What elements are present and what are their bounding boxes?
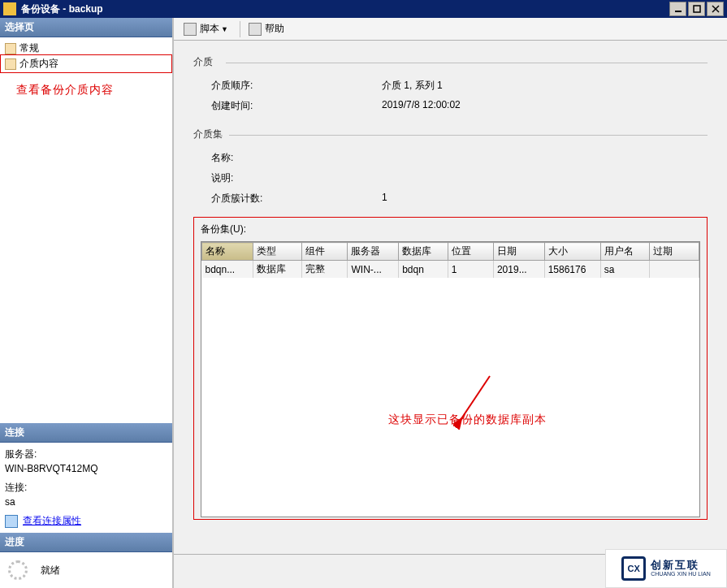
backupset-label: 备份集(U): [201, 223, 700, 236]
backupset-annotation: 这块显示已备份的数据库副本 [388, 413, 547, 427]
connection-value: sa [5, 496, 167, 508]
mediaset-desc-value [382, 171, 708, 185]
window-title: 备份设备 - backup [21, 2, 669, 16]
col-date[interactable]: 日期 [493, 243, 544, 261]
media-order-label: 介质顺序: [211, 79, 382, 93]
help-icon [249, 23, 262, 36]
annotation-arrow-icon [453, 372, 502, 437]
col-position[interactable]: 位置 [448, 243, 493, 261]
window-titlebar: 备份设备 - backup [0, 0, 727, 18]
watermark-text: 创新互联 CHUANG XIN HU LIAN [651, 560, 711, 577]
mediaset-name-row: 名称: [193, 148, 708, 168]
progress-block: 就绪 [0, 552, 172, 588]
col-name[interactable]: 名称 [202, 243, 253, 261]
view-connection-properties[interactable]: 查看连接属性 [5, 514, 167, 528]
help-button[interactable]: 帮助 [245, 20, 288, 37]
mediaset-name-value [382, 151, 708, 165]
cell-name: bdqn... [202, 261, 253, 279]
dropdown-arrow-icon: ▼ [221, 25, 228, 33]
properties-icon [5, 515, 18, 528]
col-server[interactable]: 服务器 [348, 243, 399, 261]
watermark-logo: CX 创新互联 CHUANG XIN HU LIAN [605, 549, 727, 588]
app-icon [3, 2, 16, 15]
tree-item-label: 常规 [19, 41, 39, 55]
toolbar-separator [240, 21, 240, 37]
page-icon [5, 43, 16, 54]
progress-header: 进度 [0, 533, 172, 552]
mediaset-desc-row: 说明: [193, 168, 708, 188]
left-pane: 选择页 常规 介质内容 查看备份介质内容 连接 服务器: WIN-B8RVQT4… [0, 18, 174, 588]
toolbar: 脚本 ▼ 帮助 [174, 18, 727, 41]
col-type[interactable]: 类型 [253, 243, 302, 261]
media-group-title: 介质 [193, 55, 708, 69]
cell-expire [650, 261, 699, 279]
watermark-icon: CX [621, 556, 646, 581]
cell-component: 完整 [302, 261, 348, 279]
table-header-row: 名称 类型 组件 服务器 数据库 位置 日期 大小 用户名 过期 [202, 243, 699, 261]
connection-link-text: 查看连接属性 [23, 514, 81, 528]
minimize-button[interactable] [669, 2, 686, 16]
connection-block: 服务器: WIN-B8RVQT412MQ 连接: sa 查看连接属性 [0, 443, 172, 533]
script-label: 脚本 [200, 22, 219, 36]
tree-item-label: 介质内容 [19, 57, 58, 71]
table-row[interactable]: bdqn... 数据库 完整 WIN-... bdqn 1 2019... 15… [202, 261, 699, 279]
server-label: 服务器: [5, 447, 167, 461]
help-label: 帮助 [265, 22, 284, 36]
mediaset-desc-label: 说明: [211, 171, 382, 185]
cell-server: WIN-... [348, 261, 399, 279]
tree-item-media-content[interactable]: 介质内容 [2, 56, 171, 71]
media-order-row: 介质顺序: 介质 1, 系列 1 [193, 76, 708, 96]
col-database[interactable]: 数据库 [399, 243, 448, 261]
mediaset-family-value: 1 [382, 192, 708, 205]
cell-position: 1 [448, 261, 493, 279]
mediaset-family-label: 介质簇计数: [211, 192, 382, 205]
mediaset-group-title: 介质集 [193, 128, 708, 141]
select-page-header: 选择页 [0, 18, 172, 37]
annotation-text: 查看备份介质内容 [16, 83, 156, 97]
mediaset-name-label: 名称: [211, 151, 382, 165]
content-area: 介质 介质顺序: 介质 1, 系列 1 创建时间: 2019/7/8 12:00… [174, 41, 727, 554]
backupset-box: 备份集(U): 名称 类型 组件 服务器 数据库 [193, 217, 708, 520]
page-tree: 常规 介质内容 [0, 37, 172, 75]
window-buttons [669, 2, 724, 16]
maximize-button[interactable] [688, 2, 705, 16]
cell-type: 数据库 [253, 261, 302, 279]
backupset-grid[interactable]: 名称 类型 组件 服务器 数据库 位置 日期 大小 用户名 过期 [201, 241, 700, 517]
media-created-row: 创建时间: 2019/7/8 12:00:02 [193, 96, 708, 116]
page-icon [5, 58, 16, 70]
col-user[interactable]: 用户名 [600, 243, 650, 261]
tree-item-general[interactable]: 常规 [2, 41, 171, 56]
progress-status: 就绪 [41, 564, 60, 577]
backupset-table: 名称 类型 组件 服务器 数据库 位置 日期 大小 用户名 过期 [201, 242, 699, 278]
media-created-value: 2019/7/8 12:00:02 [382, 99, 708, 113]
mediaset-family-row: 介质簇计数: 1 [193, 188, 708, 209]
server-value: WIN-B8RVQT412MQ [5, 463, 167, 474]
col-component[interactable]: 组件 [302, 243, 348, 261]
media-created-label: 创建时间: [211, 99, 382, 113]
cell-size: 1586176 [544, 261, 600, 279]
cell-database: bdqn [399, 261, 448, 279]
col-expire[interactable]: 过期 [650, 243, 699, 261]
connection-header: 连接 [0, 423, 172, 443]
connection-label: 连接: [5, 481, 167, 495]
cell-date: 2019... [493, 261, 544, 279]
progress-spinner-icon [8, 560, 28, 580]
close-button[interactable] [707, 2, 724, 16]
media-order-value: 介质 1, 系列 1 [382, 79, 708, 93]
script-icon [184, 23, 197, 36]
right-pane: 脚本 ▼ 帮助 介质 介质顺序: 介质 1, 系列 1 创建时间: 2019/7… [174, 18, 727, 588]
col-size[interactable]: 大小 [544, 243, 600, 261]
svg-rect-1 [694, 6, 700, 12]
cell-user: sa [600, 261, 650, 279]
script-button[interactable]: 脚本 ▼ [180, 20, 232, 37]
